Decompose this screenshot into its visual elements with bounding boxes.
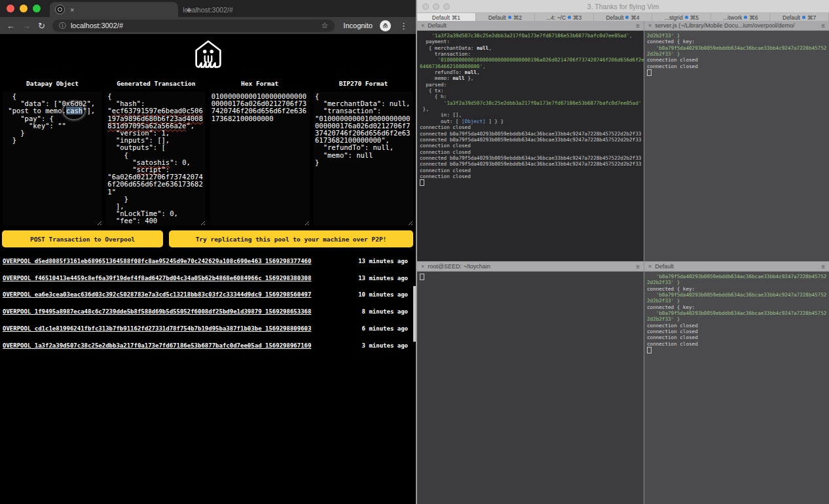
- pane-menu-icon[interactable]: ≡: [821, 263, 825, 270]
- terminal-output[interactable]: 2d2b2f33' }connected { key: 'b0a79f5da40…: [644, 31, 829, 261]
- ledger-row: OVERPOOL_1f9495a8987eca48c6c7239dde5b8f5…: [3, 303, 413, 320]
- pane-close-icon[interactable]: ×: [421, 22, 424, 29]
- spellcheck-underline: satoshis: [137, 158, 170, 166]
- browser-tab[interactable]: localhost:3002/# ×: [50, 2, 178, 17]
- overpool-page: Datapay ObjectGenerated TransactionHex F…: [0, 34, 416, 504]
- terminal-line: connected b0a79f5da40293b0059ebddb634ac3…: [420, 131, 644, 137]
- terminal-line: connection closed: [647, 57, 829, 63]
- ledger-link[interactable]: OVERPOOL_f46510413e4459c8ef6a39f19def4f8…: [3, 275, 311, 281]
- terminal-line: 'b0a79f5da40293b0059ebddb634ac36bcae33bb…: [647, 45, 829, 51]
- ledger-row: OVERPOOL_d5ed8085f3161eb689651364588f08f…: [3, 253, 413, 270]
- terminal-line: connection closed: [420, 143, 644, 149]
- terminal-output[interactable]: '1a3f2a39d507c38c25e2dbb3a217f0a173e7fd6…: [417, 31, 644, 261]
- site-info-icon[interactable]: ⓘ: [59, 21, 66, 31]
- terminal-cursor: [647, 347, 652, 353]
- terminal-tab-shortcut: ⌘6: [749, 14, 758, 21]
- pane-header: × root@SEED: ~/toychain ≡: [417, 262, 644, 272]
- terminal-window: 3. Thanks for flying Vim Default⌘1Defaul…: [416, 0, 829, 504]
- ledger-link[interactable]: OVERPOOL_d5ed8085f3161eb689651364588f08f…: [3, 258, 311, 264]
- ledger-link[interactable]: OVERPOOL_cd1c1e81996241fbfc313b7fb91162f…: [3, 325, 311, 332]
- ledger-row: OVERPOOL_1a3f2a39d507c38c25e2dbb3a217f0a…: [3, 337, 413, 354]
- column-header: Generated Transaction: [106, 80, 206, 87]
- pane-menu-icon[interactable]: ≡: [636, 22, 640, 29]
- browser-tabstrip: localhost:3002/# × +: [0, 0, 416, 17]
- pane-close-icon[interactable]: ×: [648, 22, 652, 29]
- terminal-line: connection closed: [647, 63, 829, 69]
- terminal-titlebar: 3. Thanks for flying Vim: [417, 0, 829, 13]
- ledger-link[interactable]: OVERPOOL_1a3f2a39d507c38c25e2dbb3a217f0a…: [3, 342, 311, 349]
- terminal-line: [647, 347, 829, 355]
- selected-text: cash: [66, 107, 83, 115]
- ledger-link[interactable]: OVERPOOL_ea6e3cea03eac636d03c392c5028783…: [3, 291, 311, 298]
- terminal-line: '010000000001000000000000000000196a026d0…: [420, 57, 644, 63]
- ledger-timestamp: 13 minutes ago: [358, 275, 413, 281]
- tab-activity-dot-icon: [685, 16, 688, 19]
- terminal-tab-shortcut: ⌘2: [513, 14, 522, 21]
- terminal-line: 2d2b2f33' }: [647, 279, 829, 285]
- terminal-line: memo: null },: [420, 75, 644, 81]
- format-textarea-0[interactable]: { "data": ["0x6d02", "post to memo.cash"…: [3, 92, 102, 226]
- bookmark-star-icon[interactable]: ☆: [322, 21, 329, 30]
- tab-activity-dot-icon: [568, 16, 571, 19]
- browser-menu-icon[interactable]: ⋮: [398, 21, 409, 31]
- terminal-output[interactable]: [417, 272, 644, 504]
- post-transaction-button[interactable]: POST Transaction to Overpool: [2, 230, 163, 247]
- terminal-line: parsed:: [420, 82, 644, 88]
- terminal-line: connection closed: [647, 334, 829, 340]
- terminal-line: 2d2b2f33' }: [647, 51, 829, 57]
- tab-activity-dot-icon: [744, 16, 747, 19]
- terminal-tab-label: Default: [783, 14, 800, 21]
- address-bar[interactable]: ⓘ localhost:3002/# ☆: [52, 20, 335, 32]
- terminal-line: connection closed: [420, 124, 644, 130]
- terminal-line: connection closed: [420, 149, 644, 155]
- pane-close-icon[interactable]: ×: [421, 263, 424, 270]
- terminal-tab-label: Default: [488, 14, 506, 21]
- pane-default-top-left: × Default ≡ '1a3f2a39d507c38c25e2dbb3a21…: [417, 21, 644, 262]
- terminal-line: 2d2b2f33' }: [647, 298, 829, 304]
- pane-root-seed-bottom-left: × root@SEED: ~/toychain ≡: [417, 262, 644, 504]
- terminal-line: { h:: [420, 94, 644, 99]
- terminal-line: connected b0a79f5da40293b0059ebddb634ac3…: [420, 155, 644, 161]
- format-textarea-3[interactable]: { "merchantData": null, "transaction": "…: [314, 92, 413, 226]
- terminal-line: in: [],: [420, 112, 644, 118]
- terminal-line: 2d2b2f33' }: [647, 33, 829, 39]
- terminal-line: connected { key:: [647, 286, 829, 292]
- terminal-line: },: [420, 106, 644, 112]
- url-text: localhost:3002/#: [71, 22, 123, 29]
- terminal-tab-shortcut: ⌘5: [690, 14, 699, 21]
- terminal-line: connected { key:: [647, 304, 829, 310]
- pane-close-icon[interactable]: ×: [648, 263, 652, 270]
- replicate-pool-button[interactable]: Try replicating this pool to your machin…: [169, 230, 413, 247]
- forward-icon[interactable]: →: [22, 21, 31, 31]
- ledger-timestamp: 8 minutes ago: [362, 308, 413, 315]
- reload-icon[interactable]: ↻: [38, 21, 45, 31]
- terminal-line: '1a3f2a39d507c38c25e2dbb3a217f0a173e7fd6…: [420, 33, 644, 39]
- terminal-tab-shortcut: ⌘7: [807, 14, 816, 21]
- format-textarea-2[interactable]: 01000000000100000000000 00000176a026d021…: [210, 92, 310, 226]
- terminal-line: out: [ [Object] ] } }: [420, 118, 644, 124]
- tab-title: localhost:3002/#: [0, 6, 416, 14]
- spellcheck-underline: ecf63791597e6bead0c506 197a9896d680b6f23…: [107, 107, 202, 129]
- pane-menu-icon[interactable]: ≡: [636, 263, 640, 270]
- close-window-button[interactable]: [422, 3, 429, 10]
- terminal-line: { merchantData: null,: [420, 45, 644, 51]
- terminal-line: connection closed: [647, 323, 829, 329]
- pane-menu-icon[interactable]: ≡: [821, 22, 825, 29]
- browser-window: localhost:3002/# × + ← → ↻ ⓘ localhost:3…: [0, 0, 416, 504]
- minimize-window-button[interactable]: [433, 3, 439, 10]
- terminal-line: 2d2b2f33' }: [647, 316, 829, 322]
- terminal-line: '1a3f2a39d507c38c25e2dbb3a217f0a173e7fd6…: [420, 100, 644, 106]
- column-header: Hex Format: [210, 80, 310, 87]
- column-header: BIP270 Format: [314, 80, 413, 87]
- incognito-icon: [380, 20, 391, 31]
- ledger-link[interactable]: OVERPOOL_1f9495a8987eca48c6c7239dde5b8f5…: [3, 308, 311, 315]
- terminal-output[interactable]: 'b0a79f5da40293b0059ebddb634ac36bcae33bb…: [644, 272, 829, 504]
- terminal-tab-shortcut: ⌘3: [573, 14, 581, 21]
- ledger-row: OVERPOOL_ea6e3cea03eac636d03c392c5028783…: [3, 287, 413, 304]
- zoom-window-button[interactable]: [443, 3, 450, 10]
- format-textarea-1[interactable]: { "hash": "ecf63791597e6bead0c506 197a98…: [106, 92, 206, 226]
- terminal-line: refundTo: null,: [420, 69, 644, 75]
- back-icon[interactable]: ←: [7, 21, 15, 31]
- terminal-tab-shortcut: ⌘1: [452, 14, 460, 21]
- terminal-line: 'b0a79f5da40293b0059ebddb634ac36bcae33bb…: [647, 274, 829, 279]
